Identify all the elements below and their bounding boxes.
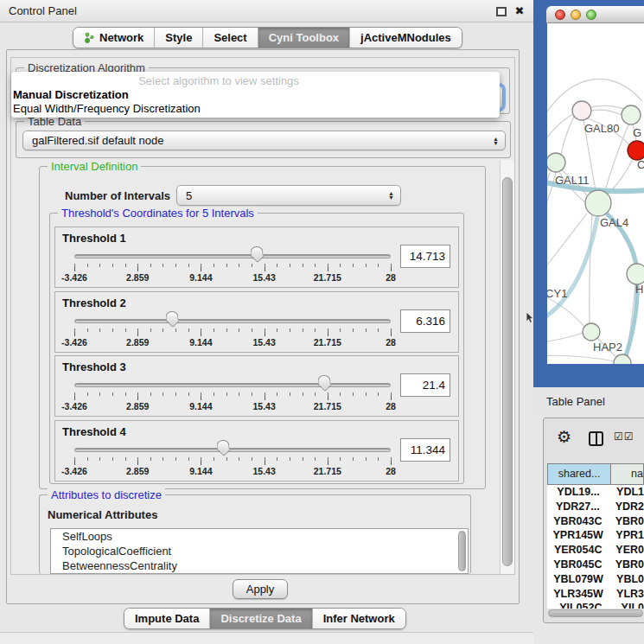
number-of-intervals-combobox[interactable]: 5 ▲▼	[176, 185, 401, 206]
node-gal11[interactable]	[547, 153, 565, 172]
table-row[interactable]: YPR145WYPR1	[547, 528, 644, 543]
window-close-icon[interactable]	[555, 10, 565, 20]
cell-name[interactable]: YLR3	[609, 587, 644, 602]
algorithm-placeholder: Select algorithm to view settings	[11, 74, 426, 87]
label-gal11: GAL11	[555, 174, 590, 187]
attributes-group-title: Attributes to discretize	[48, 488, 165, 501]
node-gal80[interactable]	[572, 101, 591, 120]
label-g-cut: G	[633, 126, 641, 139]
threshold-4-row: Threshold 4 -3.4262.8599.14415.4321.7152…	[54, 420, 459, 481]
table-panel-titlebar: Table Panel	[533, 387, 644, 417]
table-row[interactable]: YDL19...YDL1	[547, 485, 644, 500]
attribute-item[interactable]: TopologicalCoefficient	[51, 544, 468, 558]
tab-style[interactable]: Style	[154, 28, 202, 48]
threshold-3-slider-track[interactable]	[74, 383, 391, 387]
tab-discretize-data[interactable]: Discretize Data	[209, 609, 311, 628]
node-gal4[interactable]	[585, 190, 611, 216]
table-row[interactable]: YER054CYER0	[547, 543, 644, 558]
tick-label: 2.859	[126, 272, 149, 283]
network-view-canvas[interactable]: GAL80 G C GAL11 GAL4 GCY1 H HAP2	[547, 23, 644, 364]
tab-cyni-toolbox[interactable]: Cyni Toolbox	[258, 28, 349, 48]
threshold-1-label: Threshold 1	[62, 232, 126, 245]
table-row[interactable]: YDR27...YDR2	[547, 500, 644, 514]
table-row[interactable]: YBR045CYBR0	[547, 558, 644, 572]
number-of-intervals-value: 5	[186, 186, 192, 205]
close-icon[interactable]: ✖	[513, 3, 526, 19]
table-row[interactable]: YIL052CYIL0	[547, 601, 644, 609]
threshold-1-slider-thumb[interactable]	[251, 246, 264, 257]
cell-name[interactable]: YBR0	[609, 514, 644, 529]
threshold-2-slider-thumb[interactable]	[166, 311, 179, 322]
apply-button[interactable]: Apply	[233, 579, 288, 599]
panel-scrollbar-thumb[interactable]	[502, 177, 513, 566]
threshold-4-slider-thumb[interactable]	[217, 440, 230, 450]
tab-network[interactable]: Network	[73, 28, 154, 48]
split-columns-icon[interactable]	[589, 431, 603, 446]
network-window-titlebar[interactable]	[546, 6, 644, 23]
panel-scrollbar-track[interactable]	[500, 160, 514, 574]
tab-infer-network-label: Infer Network	[323, 612, 395, 625]
gear-icon[interactable]: ⚙	[557, 427, 571, 447]
cell-shared-name[interactable]: YDL19...	[547, 485, 609, 500]
control-panel-tabbar: Network Style Select Cyni Toolbox jActiv…	[73, 27, 462, 48]
attribute-item[interactable]: BetweennessCentrality	[51, 558, 468, 573]
attribute-item[interactable]: SelfLoops	[51, 529, 468, 544]
threshold-1-value-field[interactable]: 14.713	[400, 245, 450, 268]
option-manual-discretization[interactable]: Manual Discretization	[13, 88, 129, 101]
threshold-2-value-field[interactable]: 6.316	[400, 309, 450, 333]
label-h-cut: H	[635, 283, 643, 296]
node-red-highlight[interactable]	[628, 141, 644, 160]
cell-shared-name[interactable]: YIL052C	[547, 601, 615, 609]
node-right-top[interactable]	[622, 105, 641, 124]
cell-name[interactable]: YIL0	[615, 601, 644, 609]
column-header-shared-name[interactable]: shared...	[547, 463, 611, 485]
node-right-mid[interactable]	[627, 264, 644, 284]
threshold-4-value-field[interactable]: 11.344	[400, 438, 450, 462]
float-icon[interactable]	[496, 7, 507, 16]
slider-ticks	[74, 392, 392, 400]
table-row[interactable]: YLR345WYLR3	[547, 587, 644, 602]
threshold-3-value-field[interactable]: 21.4	[400, 373, 450, 397]
slider-tick-labels: -3.4262.8599.14415.4321.71528	[74, 337, 391, 348]
table-row[interactable]: YBR043CYBR0	[547, 514, 644, 529]
attributes-list-scrollbar[interactable]	[458, 531, 466, 571]
tab-jactivemnodules[interactable]: jActiveMNodules	[349, 28, 462, 48]
column-header-name[interactable]: na	[611, 463, 644, 485]
table-data-combobox[interactable]: galFiltered.sif default node ▲▼	[22, 131, 506, 150]
cell-name[interactable]: YBR0	[609, 558, 644, 572]
cell-name[interactable]: YPR1	[609, 528, 644, 543]
tick-label: 9.144	[189, 401, 212, 411]
window-minimize-icon[interactable]	[571, 10, 581, 20]
threshold-3-slider-thumb[interactable]	[318, 375, 331, 386]
window-zoom-icon[interactable]	[586, 10, 596, 20]
cell-name[interactable]: YER0	[609, 543, 644, 558]
tab-select[interactable]: Select	[202, 28, 257, 48]
threshold-1-slider-track[interactable]	[74, 254, 391, 258]
tick-label: 9.144	[189, 337, 212, 348]
cell-name[interactable]: YDL1	[609, 485, 644, 500]
numerical-attributes-heading: Numerical Attributes	[48, 508, 157, 521]
checkbox-filter-icons[interactable]: ☑☑	[614, 430, 634, 443]
label-hap2: HAP2	[593, 341, 622, 354]
table-horizontal-scrollbar[interactable]	[548, 609, 643, 617]
cell-shared-name[interactable]: YER054C	[547, 543, 609, 558]
table-row[interactable]: YBL079WYBL0	[547, 572, 644, 587]
tab-infer-network[interactable]: Infer Network	[312, 609, 405, 628]
option-equal-width-frequency[interactable]: Equal Width/Frequency Discretization	[13, 102, 201, 115]
cell-shared-name[interactable]: YBR043C	[547, 514, 609, 529]
cell-name[interactable]: YBL0	[609, 572, 644, 587]
tick-label: 28	[386, 337, 396, 348]
cell-shared-name[interactable]: YBL079W	[547, 572, 609, 587]
cell-shared-name[interactable]: YLR345W	[547, 587, 609, 602]
threshold-2-slider-track[interactable]	[74, 319, 391, 323]
cell-shared-name[interactable]: YBR045C	[547, 558, 609, 572]
interval-definition-group-title: Interval Definition	[48, 160, 141, 173]
threshold-4-slider-track[interactable]	[74, 448, 391, 452]
cell-shared-name[interactable]: YDR27...	[547, 500, 609, 514]
numerical-attributes-list[interactable]: SelfLoopsTopologicalCoefficientBetweenne…	[50, 528, 469, 574]
node-bottom-partial[interactable]	[614, 354, 631, 364]
node-hap2[interactable]	[583, 323, 600, 341]
tab-impute-data[interactable]: Impute Data	[124, 609, 209, 628]
cell-shared-name[interactable]: YPR145W	[547, 528, 609, 543]
cell-name[interactable]: YDR2	[609, 500, 644, 514]
